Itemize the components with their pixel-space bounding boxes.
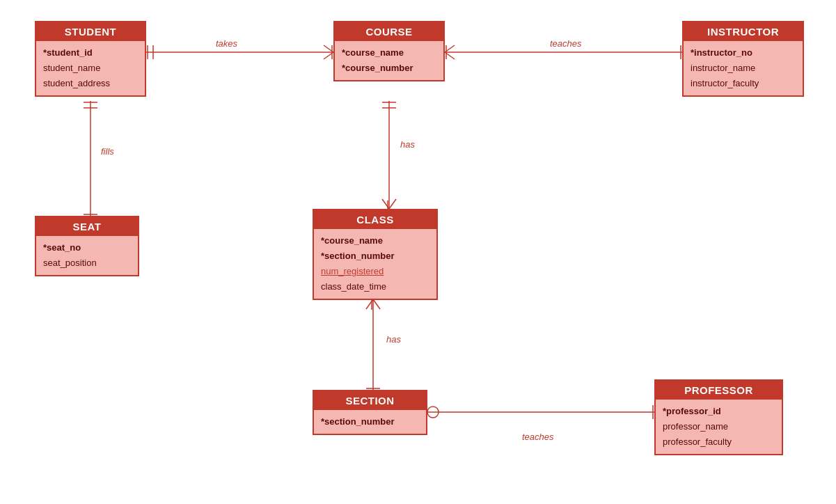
student-body: *student_id student_name student_address (36, 41, 145, 95)
student-field-2: student_name (43, 61, 138, 76)
svg-line-8 (445, 52, 455, 59)
course-body: *course_name *course_number (335, 41, 443, 80)
section-body: *section_number (314, 410, 426, 434)
professor-field-3: professor_faculty (663, 434, 775, 450)
student-field-3: student_address (43, 76, 138, 91)
student-title: STUDENT (36, 22, 145, 41)
class-field-4: class_date_time (321, 279, 429, 294)
course-title: COURSE (335, 22, 443, 41)
professor-field-2: professor_name (663, 419, 775, 434)
class-title: CLASS (314, 210, 436, 229)
instructor-field-2: instructor_name (691, 61, 796, 76)
has-section-label: has (386, 334, 401, 345)
seat-title: SEAT (36, 217, 138, 236)
professor-body: *professor_id professor_name professor_f… (656, 400, 782, 454)
instructor-entity: INSTRUCTOR *instructor_no instructor_nam… (682, 21, 804, 97)
instructor-body: *instructor_no instructor_name instructo… (684, 41, 803, 95)
seat-entity: SEAT *seat_no seat_position (35, 216, 139, 276)
professor-field-1: *professor_id (663, 404, 775, 419)
diagram: takes teaches fills has has teaches STUD… (0, 0, 836, 504)
student-field-1: *student_id (43, 45, 138, 61)
instructor-title: INSTRUCTOR (684, 22, 803, 41)
svg-line-20 (389, 199, 396, 209)
course-entity: COURSE *course_name *course_number (333, 21, 445, 81)
section-entity: SECTION *section_number (313, 390, 427, 435)
class-field-2: *section_number (321, 249, 429, 264)
svg-line-4 (324, 52, 333, 59)
seat-body: *seat_no seat_position (36, 236, 138, 275)
svg-line-3 (324, 45, 333, 52)
svg-line-23 (366, 299, 373, 309)
course-field-1: *course_name (342, 45, 436, 61)
seat-field-1: *seat_no (43, 240, 131, 255)
section-field-1: *section_number (321, 414, 419, 430)
class-field-1: *course_name (321, 233, 429, 249)
class-field-3: num_registered (321, 264, 429, 279)
teaches-professor-label: teaches (522, 432, 554, 442)
class-body: *course_name *section_number num_registe… (314, 229, 436, 299)
instructor-field-1: *instructor_no (691, 45, 796, 61)
svg-line-19 (382, 199, 389, 209)
professor-entity: PROFESSOR *professor_id professor_name p… (654, 379, 783, 455)
svg-line-7 (445, 45, 455, 52)
professor-title: PROFESSOR (656, 381, 782, 400)
student-entity: STUDENT *student_id student_name student… (35, 21, 146, 97)
has-class-label: has (400, 139, 415, 150)
svg-line-24 (373, 299, 380, 309)
seat-field-2: seat_position (43, 255, 131, 271)
instructor-field-3: instructor_faculty (691, 76, 796, 91)
svg-point-29 (427, 407, 439, 418)
fills-label: fills (101, 146, 114, 157)
teaches-instructor-label: teaches (550, 38, 582, 49)
takes-label: takes (216, 38, 237, 49)
class-entity: CLASS *course_name *section_number num_r… (313, 209, 438, 300)
section-title: SECTION (314, 391, 426, 410)
course-field-2: *course_number (342, 61, 436, 76)
